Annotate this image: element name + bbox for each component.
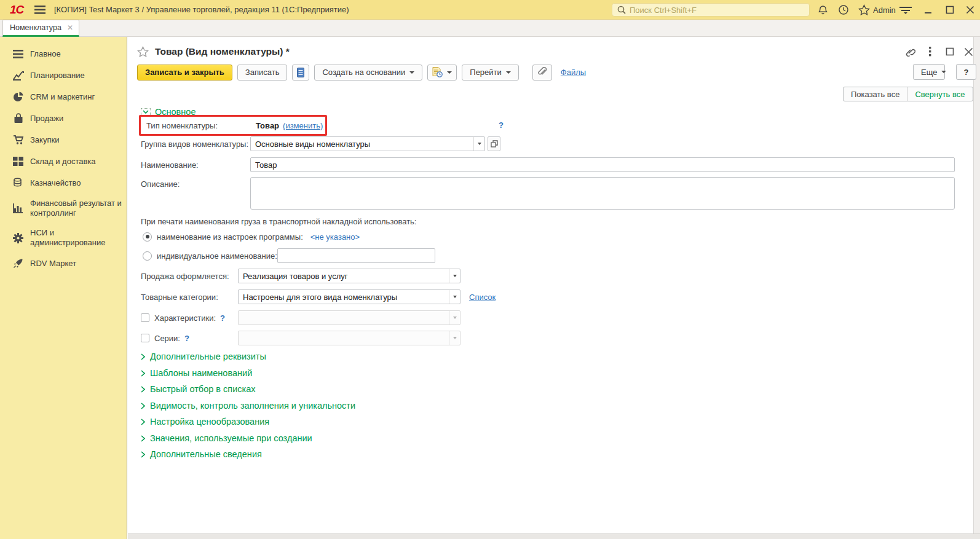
sidebar-item-glavnoe[interactable]: Главное bbox=[0, 43, 127, 65]
series-checkbox[interactable] bbox=[141, 334, 149, 342]
more-button[interactable]: Еще bbox=[913, 64, 945, 80]
bag-icon bbox=[12, 112, 24, 124]
maximize-form-icon[interactable] bbox=[943, 45, 957, 58]
series-row: Серии: ? bbox=[137, 331, 955, 345]
close-window-button[interactable] bbox=[964, 4, 976, 15]
radio-program-name[interactable] bbox=[143, 232, 152, 242]
radio-individual-name-row: индивидуальное наименование: bbox=[137, 248, 955, 263]
sidebar-item-kaznacheystvo[interactable]: Казначейство bbox=[0, 172, 127, 194]
radio-individual-name[interactable] bbox=[143, 251, 152, 261]
help-button[interactable]: ? bbox=[956, 64, 976, 80]
pie-chart-icon bbox=[12, 91, 24, 103]
series-label: Серии: bbox=[154, 334, 180, 343]
categories-list-link[interactable]: Список bbox=[469, 293, 496, 302]
sidebar-item-prodazhi[interactable]: Продажи bbox=[0, 108, 127, 129]
series-help-icon[interactable]: ? bbox=[184, 334, 189, 343]
section-bystry-otbor-toggle[interactable]: Быстрый отбор в списках bbox=[141, 384, 255, 394]
description-textarea[interactable] bbox=[250, 177, 955, 210]
individual-name-input[interactable] bbox=[277, 248, 435, 263]
section-vidimost-toggle[interactable]: Видимость, контроль заполнения и уникаль… bbox=[141, 401, 355, 411]
change-type-link[interactable]: (изменить) bbox=[283, 121, 323, 130]
go-to-button[interactable]: Перейти bbox=[462, 65, 519, 81]
cargo-print-label-row: При печати наименования груза в транспор… bbox=[137, 216, 955, 226]
type-help-icon[interactable]: ? bbox=[499, 120, 504, 130]
red-highlight-box: Тип номенклатуры: Товар (изменить) bbox=[139, 115, 327, 136]
sidebar-item-rdv-market[interactable]: RDV Маркет bbox=[0, 253, 127, 274]
history-icon[interactable] bbox=[837, 4, 850, 15]
tab-close-icon[interactable]: ✕ bbox=[67, 23, 73, 32]
combo-dropdown-icon[interactable] bbox=[449, 290, 460, 304]
characteristics-help-icon[interactable]: ? bbox=[220, 313, 225, 323]
main-menu-icon[interactable] bbox=[34, 6, 45, 14]
form-toolbar: Записать и закрыть Записать Создать на о… bbox=[137, 64, 586, 81]
search-input[interactable] bbox=[630, 6, 804, 15]
attachments-button[interactable] bbox=[532, 65, 552, 81]
combo-dropdown-icon[interactable] bbox=[449, 269, 460, 283]
register-icon bbox=[297, 68, 304, 77]
section-dop-svedeniya-toggle[interactable]: Дополнительные сведения bbox=[141, 449, 262, 459]
chevron-down-icon bbox=[409, 71, 414, 74]
files-link[interactable]: Файлы bbox=[561, 68, 586, 77]
radio-individual-label: индивидуальное наименование: bbox=[157, 251, 277, 261]
maximize-button[interactable] bbox=[944, 4, 956, 15]
section-shablony-toggle[interactable]: Шаблоны наименований bbox=[141, 368, 252, 378]
favorites-star-icon[interactable] bbox=[858, 4, 870, 15]
global-search[interactable] bbox=[612, 3, 810, 17]
chevron-down-icon bbox=[447, 71, 452, 74]
minimize-button[interactable] bbox=[922, 4, 935, 15]
bar-chart-icon bbox=[12, 203, 24, 214]
characteristics-checkbox[interactable] bbox=[141, 313, 149, 322]
sidebar-item-crm[interactable]: CRM и маркетинг bbox=[0, 86, 127, 108]
vertical-scrollbar[interactable] bbox=[973, 37, 980, 533]
type-value: Товар bbox=[256, 121, 279, 130]
type-label: Тип номенклатуры: bbox=[146, 121, 256, 130]
collapse-all-button[interactable]: Свернуть все bbox=[907, 87, 972, 101]
window-title: [КОПИЯ] Test Маркет 3 / Управление торго… bbox=[54, 5, 349, 14]
categories-combobox[interactable]: Настроены для этого вида номенклатуры bbox=[238, 289, 460, 304]
chevron-down-icon bbox=[506, 71, 511, 74]
tab-nomenklatura[interactable]: Номенклатура ✕ bbox=[2, 20, 79, 37]
cargo-print-label: При печати наименования груза в транспор… bbox=[141, 217, 416, 226]
sidebar-item-nsi[interactable]: НСИ и администрирование bbox=[0, 223, 127, 253]
service-menu-icon[interactable] bbox=[899, 4, 912, 15]
save-button[interactable]: Записать bbox=[237, 65, 288, 81]
section-dop-rekvizity-toggle[interactable]: Дополнительные реквизиты bbox=[141, 352, 266, 361]
create-document-timer-button[interactable] bbox=[427, 65, 457, 81]
combo-dropdown-icon[interactable] bbox=[473, 137, 484, 151]
sidebar-item-finrezultat[interactable]: Финансовый результат и контроллинг bbox=[0, 194, 127, 223]
name-input[interactable] bbox=[250, 157, 955, 172]
sale-combobox[interactable]: Реализация товаров и услуг bbox=[238, 269, 460, 283]
search-icon bbox=[617, 6, 626, 14]
show-all-button[interactable]: Показать все bbox=[844, 87, 907, 101]
group-row: Группа видов номенклатуры: Основные виды… bbox=[137, 136, 955, 151]
get-link-icon[interactable] bbox=[903, 45, 916, 58]
warehouse-icon bbox=[12, 155, 24, 167]
sidebar-item-planirovanie[interactable]: Планирование bbox=[0, 65, 127, 86]
section-znacheniya-toggle[interactable]: Значения, используемые при создании bbox=[141, 433, 312, 443]
window-titlebar: 1С [КОПИЯ] Test Маркет 3 / Управление то… bbox=[0, 0, 980, 20]
favorite-star-icon[interactable] bbox=[137, 46, 149, 57]
section-cenoobrazovanie-toggle[interactable]: Настройка ценообразования bbox=[141, 417, 269, 427]
tab-bar: Номенклатура ✕ bbox=[0, 20, 980, 37]
form-title: Товар (Вид номенклатуры) * bbox=[155, 46, 290, 57]
document-clock-icon bbox=[432, 67, 443, 77]
sidebar-item-sklad[interactable]: Склад и доставка bbox=[0, 151, 127, 172]
sidebar-item-zakupki[interactable]: Закупки bbox=[0, 129, 127, 151]
register-records-button[interactable] bbox=[292, 65, 309, 81]
group-combobox[interactable]: Основные виды номенклатуры bbox=[250, 136, 485, 151]
series-combobox-disabled bbox=[238, 331, 460, 345]
name-label: Наименование: bbox=[141, 160, 250, 170]
close-form-icon[interactable] bbox=[962, 45, 975, 58]
save-and-close-button[interactable]: Записать и закрыть bbox=[137, 65, 232, 81]
open-group-button[interactable] bbox=[488, 136, 500, 151]
coins-icon bbox=[12, 177, 24, 189]
group-label: Группа видов номенклатуры: bbox=[141, 140, 250, 149]
create-based-on-button[interactable]: Создать на основании bbox=[314, 65, 422, 81]
user-name[interactable]: Admin bbox=[873, 6, 896, 15]
description-label: Описание: bbox=[141, 179, 250, 189]
more-menu-kebab-icon[interactable] bbox=[923, 45, 937, 58]
notifications-bell-icon[interactable] bbox=[816, 4, 829, 15]
1c-logo: 1С bbox=[10, 3, 23, 17]
not-set-link[interactable]: <не указано> bbox=[310, 232, 360, 242]
cart-icon bbox=[12, 134, 24, 146]
